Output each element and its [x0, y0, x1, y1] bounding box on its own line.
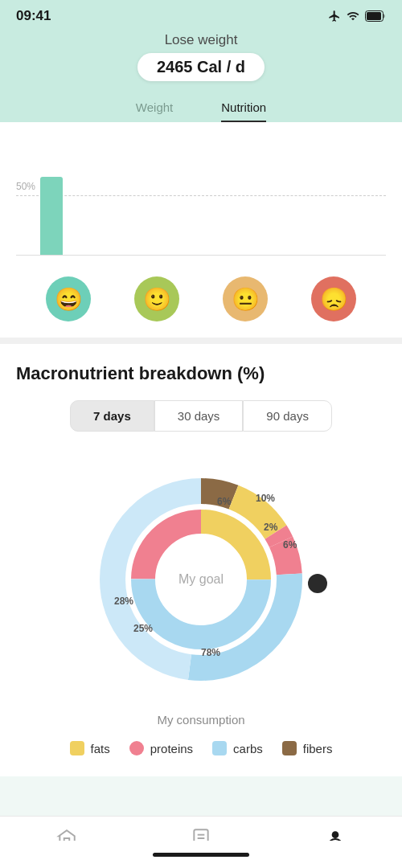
legend-fats-dot	[70, 741, 84, 755]
legend-proteins-dot	[129, 741, 144, 755]
emoji-happy[interactable]: 😄	[46, 276, 91, 321]
legend-fats: fats	[70, 741, 110, 755]
tab-weight[interactable]: Weight	[136, 100, 173, 122]
legend-fibers: fibers	[282, 741, 333, 755]
status-icons	[328, 10, 386, 23]
legend-carbs-label: carbs	[233, 742, 263, 755]
wifi-icon	[346, 10, 360, 23]
filter-7days[interactable]: 7 days	[70, 400, 154, 432]
legend-fibers-dot	[282, 741, 297, 755]
emoji-row: 😄 🙂 😐 😞	[0, 264, 402, 344]
pct-28: 28%	[114, 596, 133, 607]
pct-6-right: 6%	[283, 539, 297, 551]
donut-chart: 6% 10% 2% 6% 28% 78% 25% My goal	[72, 451, 330, 708]
calorie-display: 2465 Cal / d	[137, 53, 265, 81]
header-title: Lose weight	[0, 32, 402, 48]
donut-container: 6% 10% 2% 6% 28% 78% 25% My goal My cons…	[16, 451, 386, 764]
donut-center	[156, 534, 246, 624]
pct-6-top: 6%	[217, 496, 231, 507]
status-time: 09:41	[16, 8, 51, 24]
legend-carbs-dot	[212, 741, 227, 755]
status-bar: 09:41	[0, 0, 402, 29]
battery-icon	[365, 10, 386, 22]
legend-proteins-label: proteins	[150, 742, 193, 755]
emoji-neutral[interactable]: 😐	[223, 276, 268, 321]
bar-chart: 50%	[16, 135, 386, 256]
goal-indicator-dot	[308, 574, 327, 593]
airplane-icon	[328, 10, 341, 23]
home-indicator	[0, 841, 402, 868]
pct-78: 78%	[201, 647, 220, 658]
dashed-line-50	[16, 195, 386, 196]
legend-carbs: carbs	[212, 741, 263, 755]
legend: fats proteins carbs fibers	[62, 741, 341, 764]
header: Lose weight 2465 Cal / d	[0, 29, 402, 92]
chart-50-label: 50%	[16, 181, 35, 192]
tab-nutrition[interactable]: Nutrition	[221, 100, 266, 122]
svg-rect-1	[367, 12, 381, 20]
legend-proteins: proteins	[129, 741, 193, 755]
pct-25-bottom: 25%	[133, 623, 153, 634]
filter-30days[interactable]: 30 days	[154, 400, 244, 432]
emoji-sad[interactable]: 😞	[311, 276, 356, 321]
legend-fats-label: fats	[91, 742, 110, 755]
bar-chart-area: 50%	[0, 122, 402, 264]
pct-2: 2%	[264, 522, 277, 533]
svg-point-6	[331, 831, 338, 838]
section-title: Macronutrient breakdown (%)	[16, 363, 386, 384]
filter-90days[interactable]: 90 days	[243, 400, 332, 432]
bar-element	[40, 177, 63, 255]
emoji-good[interactable]: 🙂	[134, 276, 179, 321]
consumption-label: My consumption	[157, 713, 244, 727]
donut-svg	[72, 451, 330, 708]
pct-10: 10%	[256, 493, 275, 504]
time-filter: 7 days 30 days 90 days	[16, 400, 386, 432]
legend-fibers-label: fibers	[303, 742, 333, 755]
macro-section: Macronutrient breakdown (%) 7 days 30 da…	[0, 344, 402, 776]
tab-bar: Weight Nutrition	[0, 92, 402, 122]
home-bar	[153, 853, 249, 857]
